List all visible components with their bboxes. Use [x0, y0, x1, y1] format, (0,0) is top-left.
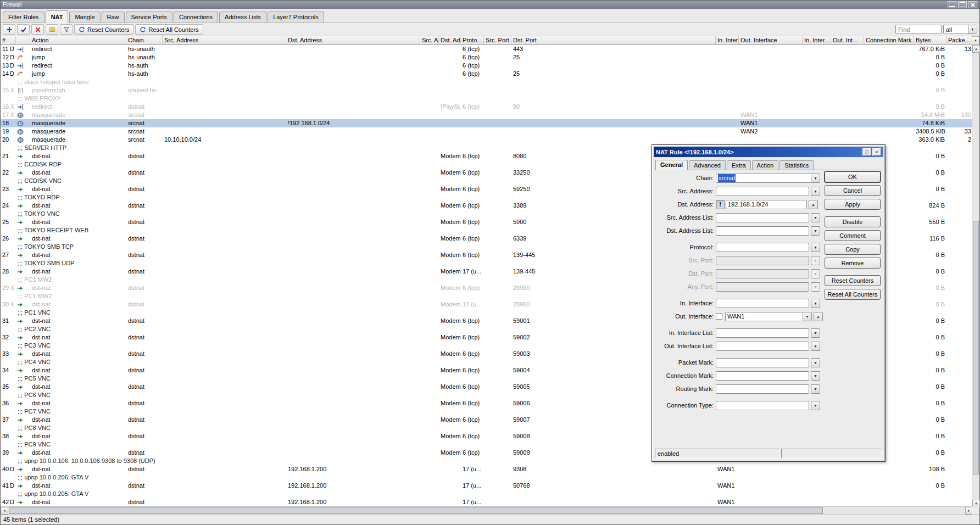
tab-raw[interactable]: Raw: [102, 12, 125, 23]
dialog-tab-statistics[interactable]: Statistics: [779, 160, 814, 170]
tab-filter-rules[interactable]: Filter Rules: [3, 12, 44, 23]
expand-arrow-button[interactable]: ▼: [811, 243, 820, 252]
expand-arrow-button[interactable]: ▼: [811, 187, 820, 196]
dst-port-input[interactable]: [716, 269, 809, 278]
column-header-inIfaceList[interactable]: In. Inter...: [803, 36, 831, 44]
expand-arrow-button[interactable]: ▼: [811, 282, 820, 292]
rule-row-20[interactable]: 20masqueradesrcnat10.10.10.0/24363.0 KiB…: [1, 136, 973, 144]
src-address-input[interactable]: [716, 187, 809, 196]
any-port-input[interactable]: [716, 282, 809, 292]
rule-row-13[interactable]: 13Dredirecths-auth6 (tcp)0 B: [1, 62, 973, 70]
filter-scope-dropdown[interactable]: all ▼: [943, 25, 977, 34]
expand-arrow-button[interactable]: ▼: [811, 342, 820, 351]
column-header-dstAddress[interactable]: Dst. Address: [286, 36, 420, 44]
expand-arrow-button[interactable]: ▼: [811, 358, 820, 367]
expand-arrow-button[interactable]: ▼: [811, 401, 820, 410]
collapse-arrow-button[interactable]: ▲: [814, 312, 823, 321]
scroll-up-button[interactable]: ▲: [972, 45, 980, 53]
ok-button[interactable]: OK: [825, 171, 881, 182]
out-interface-list-input[interactable]: [716, 342, 809, 351]
maximize-icon[interactable]: [958, 1, 967, 8]
reset-all-counters-button[interactable]: Reset All Counters: [135, 24, 203, 35]
connection-mark-input[interactable]: [716, 371, 809, 381]
disable-button[interactable]: [31, 24, 44, 35]
column-header-inIface[interactable]: In. Inter...: [716, 36, 739, 44]
rule-row-14[interactable]: 14Djumphs-auth6 (tcp)250 B: [1, 70, 973, 78]
dst-address-list-input[interactable]: [716, 226, 809, 236]
protocol-input[interactable]: [716, 243, 809, 252]
expand-arrow-button[interactable]: ▼: [811, 269, 820, 278]
minimize-icon[interactable]: [948, 1, 956, 8]
dialog-tab-advanced[interactable]: Advanced: [689, 160, 726, 170]
tab-service-ports[interactable]: Service Ports: [126, 12, 172, 23]
column-header-packets[interactable]: Packe...: [946, 36, 973, 44]
column-header-srcPort[interactable]: Src. Port: [484, 36, 511, 44]
expand-arrow-button[interactable]: ▼: [811, 299, 820, 308]
comment-row[interactable]: ;;; WEB PROXY: [1, 94, 973, 103]
column-header-srcAddress[interactable]: Src. Address: [163, 36, 286, 44]
enable-button[interactable]: [17, 24, 30, 35]
rule-row-16[interactable]: 16Xredirectdstnat!PlaySt...6 (tcp)800 B: [1, 103, 973, 111]
tab-connections[interactable]: Connections: [174, 12, 218, 23]
dst-address-input[interactable]: 192.168.1.0/24: [726, 200, 807, 209]
horizontal-scrollbar[interactable]: ◄ ►: [1, 506, 973, 515]
connection-type-input[interactable]: [716, 401, 809, 410]
out-interface-checkbox[interactable]: [716, 313, 722, 320]
disable-button[interactable]: Disable: [825, 216, 881, 227]
dialog-close-icon[interactable]: ×: [872, 148, 881, 156]
combo-down-icon[interactable]: ▼: [811, 174, 820, 182]
rule-row-40[interactable]: 40Ddst-natdstnat192.168.1.20017 (u...930…: [1, 465, 973, 473]
scroll-left-button[interactable]: ◄: [1, 507, 8, 515]
rule-row-17[interactable]: 17XmasqueradesrcnatWAN114.8 MiB130: [1, 111, 973, 119]
add-button[interactable]: [3, 24, 15, 35]
dialog-tab-general[interactable]: General: [655, 160, 688, 170]
column-header-outIfaceList[interactable]: Out. Int...: [831, 36, 864, 44]
tab-address-lists[interactable]: Address Lists: [219, 12, 266, 23]
rule-row-12[interactable]: 12Djumphs-unauth6 (tcp)250 B: [1, 53, 973, 62]
reset-all-counters-button[interactable]: Reset All Counters: [825, 289, 881, 300]
packet-mark-input[interactable]: [716, 358, 809, 367]
remove-button[interactable]: Remove: [825, 258, 881, 269]
in-interface-list-input[interactable]: [716, 328, 809, 338]
chain-input[interactable]: srcnat▼: [716, 174, 820, 183]
reset-counters-button[interactable]: Reset Counters: [74, 24, 133, 35]
expand-arrow-button[interactable]: ▼: [811, 328, 820, 338]
rule-row-11[interactable]: 11Dredirecths-unauth6 (tcp)443767.0 KiB1…: [1, 45, 973, 53]
column-header-outIface[interactable]: Out. Interface: [739, 36, 803, 44]
dialog-tab-extra[interactable]: Extra: [727, 160, 751, 170]
column-header-bytes[interactable]: Bytes: [914, 36, 946, 44]
tab-nat[interactable]: NAT: [46, 10, 69, 23]
column-header-icon[interactable]: [16, 36, 30, 44]
dialog-tab-action[interactable]: Action: [752, 160, 779, 170]
rule-row-18[interactable]: 18masqueradesrcnat!192.168.1.0/24WAN174.…: [1, 119, 973, 127]
collapse-arrow-button[interactable]: ▲: [809, 200, 818, 209]
column-picker-button[interactable]: ▼: [972, 36, 979, 45]
combo-down-icon[interactable]: ▼: [803, 312, 811, 321]
negate-toggle[interactable]: !: [716, 200, 725, 209]
tab-layer7-protocols[interactable]: Layer7 Protocols: [268, 12, 324, 23]
vertical-scrollbar-thumb[interactable]: [973, 221, 979, 474]
column-header-num[interactable]: #: [1, 36, 16, 44]
out-interface-input[interactable]: WAN1▼: [725, 312, 812, 321]
dialog-maximize-icon[interactable]: □: [862, 148, 871, 156]
comment-row[interactable]: ;;; upnp 10.0.0.205: GTA V: [1, 490, 973, 498]
rule-row-15[interactable]: 15Xpassthroughunused-hs...0 B: [1, 86, 973, 94]
rule-row-42[interactable]: 42Ddst-natdstnat192.168.1.20017 (u...WAN…: [1, 498, 973, 506]
copy-button[interactable]: Copy: [825, 244, 881, 255]
filter-button[interactable]: [60, 24, 73, 35]
routing-mark-input[interactable]: [716, 384, 809, 394]
cancel-button[interactable]: Cancel: [825, 185, 881, 196]
comment-button[interactable]: Comment: [825, 230, 881, 241]
rule-row-19[interactable]: 19masqueradesrcnatWAN23408.5 KiB33: [1, 127, 973, 136]
column-header-srcList[interactable]: Src. Ad...: [420, 36, 439, 44]
expand-arrow-button[interactable]: ▼: [811, 384, 820, 394]
tab-mangle[interactable]: Mangle: [69, 12, 100, 23]
column-header-action[interactable]: Action: [30, 36, 126, 44]
close-icon[interactable]: [968, 1, 977, 8]
in-interface-input[interactable]: [716, 299, 809, 308]
column-header-chain[interactable]: Chain: [126, 36, 163, 44]
expand-arrow-button[interactable]: ▼: [811, 371, 820, 381]
column-header-dstPort[interactable]: Dst. Port: [511, 36, 716, 44]
expand-arrow-button[interactable]: ▼: [811, 256, 820, 265]
column-header-connMark[interactable]: Connection Mark: [864, 36, 914, 44]
